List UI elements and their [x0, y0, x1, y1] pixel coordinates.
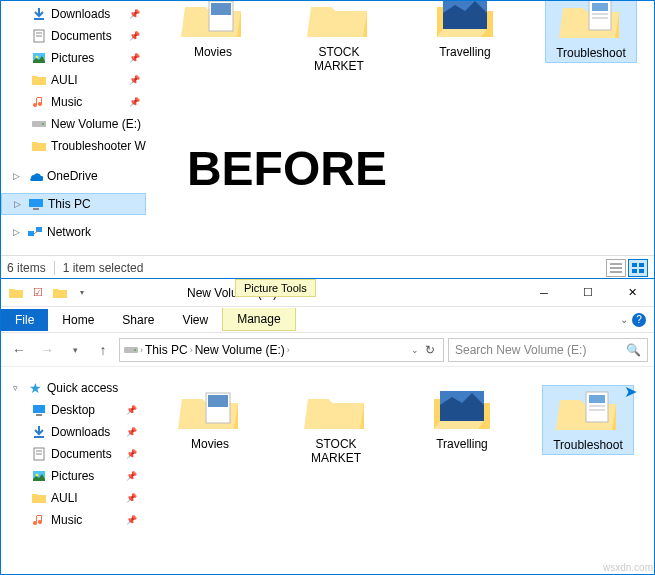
- refresh-button[interactable]: ↻: [421, 343, 439, 357]
- sidebar-item-thispc[interactable]: ▷ This PC: [1, 193, 146, 215]
- sidebar-item-downloads[interactable]: Downloads 📌: [1, 421, 143, 443]
- folder-view-top[interactable]: Movies STOCK MARKET Travelling Troublesh…: [147, 1, 655, 255]
- icons-view-button[interactable]: [628, 259, 648, 277]
- overlay-label: BEFORE: [187, 141, 387, 196]
- help-icon[interactable]: ?: [632, 313, 646, 327]
- sidebar-item-auli[interactable]: AULI 📌: [1, 487, 143, 509]
- recent-locations-button[interactable]: ▾: [63, 338, 87, 362]
- sidebar-item-documents[interactable]: Documents 📌: [1, 443, 143, 465]
- desktop-icon: [31, 402, 47, 418]
- svg-rect-17: [592, 3, 608, 11]
- sidebar-label: Quick access: [47, 381, 118, 395]
- folder-icon: [7, 284, 25, 302]
- sidebar-label: Desktop: [51, 403, 95, 417]
- folder-troubleshoot[interactable]: ➤ Troubleshoot: [542, 385, 634, 455]
- sidebar-label: Documents: [51, 29, 112, 43]
- folder-label: Travelling: [418, 437, 506, 451]
- thispc-icon: [28, 196, 44, 212]
- sidebar-item-pictures[interactable]: Pictures 📌: [1, 465, 143, 487]
- sidebar-label: Music: [51, 95, 82, 109]
- folder-movies[interactable]: Movies: [164, 385, 256, 453]
- folder-label: STOCK MARKET: [295, 45, 383, 73]
- svg-rect-41: [589, 395, 605, 403]
- forward-button[interactable]: →: [35, 338, 59, 362]
- sidebar-label: Troubleshooter W: [51, 139, 146, 153]
- sidebar-item-music[interactable]: Music 📌: [1, 509, 143, 531]
- sidebar-label: AULI: [51, 491, 78, 505]
- bottom-explorer-window: ☑ ▾ Picture Tools New Volume (E:) ─ ☐ ✕ …: [0, 278, 655, 575]
- tab-view[interactable]: View: [168, 309, 222, 331]
- sidebar-item-network[interactable]: ▷ Network: [1, 221, 146, 243]
- downloads-icon: [31, 6, 47, 22]
- svg-rect-9: [33, 208, 39, 210]
- sidebar-item-music[interactable]: Music 📌: [1, 91, 146, 113]
- tab-file[interactable]: File: [1, 309, 48, 331]
- pin-icon: 📌: [126, 515, 137, 525]
- title-bar: ☑ ▾ Picture Tools New Volume (E:) ─ ☐ ✕: [1, 279, 654, 307]
- contextual-tab-label: Picture Tools: [235, 279, 316, 297]
- pin-icon: 📌: [126, 471, 137, 481]
- pin-icon: 📌: [129, 75, 140, 85]
- folder-travelling[interactable]: Travelling: [419, 0, 511, 61]
- sidebar-item-quickaccess[interactable]: ▿ ★ Quick access: [1, 377, 143, 399]
- pin-icon: 📌: [129, 53, 140, 63]
- folder-view-bottom[interactable]: Movies STOCK MARKET Travelling ➤ Trouble…: [144, 367, 654, 559]
- folder-label: Movies: [169, 45, 257, 59]
- search-box[interactable]: Search New Volume (E:) 🔍: [448, 338, 648, 362]
- folder-travelling[interactable]: Travelling: [416, 385, 508, 453]
- sidebar-label: New Volume (E:): [51, 117, 141, 131]
- svg-rect-10: [28, 231, 34, 236]
- expand-ribbon-icon[interactable]: ⌄: [620, 314, 628, 325]
- sidebar-item-onedrive[interactable]: ▷ OneDrive: [1, 165, 146, 187]
- svg-rect-24: [639, 263, 644, 267]
- customize-qat-icon[interactable]: ▾: [73, 284, 91, 302]
- new-folder-icon[interactable]: [51, 284, 69, 302]
- maximize-button[interactable]: ☐: [566, 280, 610, 306]
- folder-icon: [31, 490, 47, 506]
- svg-rect-8: [29, 199, 43, 207]
- quickaccess-icon: ★: [27, 380, 43, 396]
- svg-rect-25: [632, 269, 637, 273]
- sidebar-item-troubleshooter[interactable]: Troubleshooter W: [1, 135, 146, 157]
- sidebar-item-pictures[interactable]: Pictures 📌: [1, 47, 146, 69]
- folder-troubleshoot[interactable]: Troubleshoot: [545, 0, 637, 63]
- close-button[interactable]: ✕: [610, 280, 654, 306]
- folder-preview-icon: [433, 0, 497, 41]
- sidebar-label: OneDrive: [47, 169, 98, 183]
- folder-icon: [31, 138, 47, 154]
- folder-stock-market[interactable]: STOCK MARKET: [290, 385, 382, 467]
- status-selected-count: 1 item selected: [63, 261, 144, 275]
- svg-rect-29: [33, 405, 45, 413]
- sidebar-item-downloads[interactable]: Downloads 📌: [1, 3, 146, 25]
- folder-label: Movies: [166, 437, 254, 451]
- folder-preview-icon: [181, 0, 245, 41]
- folder-movies[interactable]: Movies: [167, 0, 259, 61]
- history-dropdown-icon[interactable]: ⌄: [411, 345, 419, 355]
- svg-rect-26: [639, 269, 644, 273]
- properties-icon[interactable]: ☑: [29, 284, 47, 302]
- folder-label: Troubleshoot: [545, 438, 631, 452]
- chevron-icon: ▷: [13, 171, 23, 181]
- search-icon[interactable]: 🔍: [626, 343, 641, 357]
- svg-rect-30: [36, 414, 42, 416]
- crumb-volume[interactable]: New Volume (E:): [195, 343, 285, 357]
- sidebar-item-auli[interactable]: AULI 📌: [1, 69, 146, 91]
- tab-manage[interactable]: Manage: [222, 308, 295, 331]
- folder-stock-market[interactable]: STOCK MARKET: [293, 0, 385, 75]
- svg-point-28: [134, 349, 136, 351]
- svg-point-7: [42, 123, 44, 125]
- minimize-button[interactable]: ─: [522, 280, 566, 306]
- sidebar-item-newvolume[interactable]: New Volume (E:): [1, 113, 146, 135]
- sidebar-item-documents[interactable]: Documents 📌: [1, 25, 146, 47]
- details-view-button[interactable]: [606, 259, 626, 277]
- folder-preview-icon: [430, 385, 494, 433]
- pin-icon: 📌: [129, 31, 140, 41]
- tab-share[interactable]: Share: [108, 309, 168, 331]
- back-button[interactable]: ←: [7, 338, 31, 362]
- breadcrumb[interactable]: › This PC › New Volume (E:) › ⌄ ↻: [119, 338, 444, 362]
- tab-home[interactable]: Home: [48, 309, 108, 331]
- crumb-thispc[interactable]: This PC: [145, 343, 188, 357]
- folder-preview-icon: [178, 385, 242, 433]
- sidebar-item-desktop[interactable]: Desktop 📌: [1, 399, 143, 421]
- up-button[interactable]: ↑: [91, 338, 115, 362]
